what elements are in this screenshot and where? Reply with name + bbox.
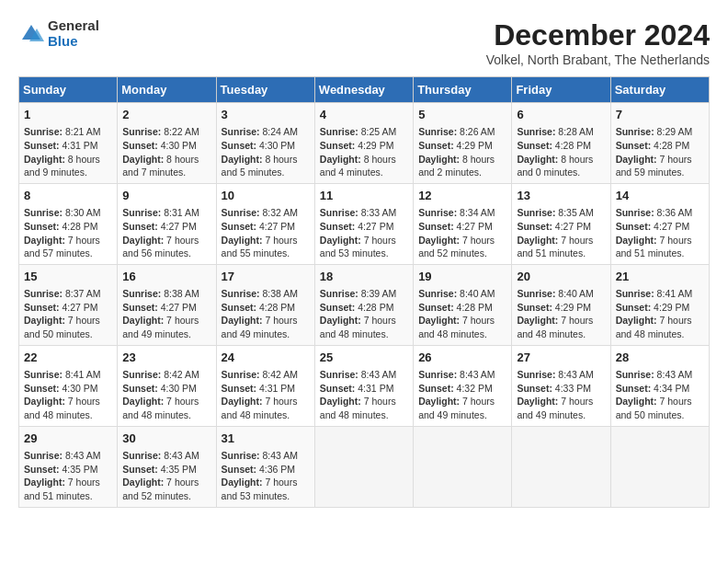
day-info: Sunrise: 8:37 AMSunset: 4:27 PMDaylight:… xyxy=(24,287,112,341)
day-info: Sunrise: 8:43 AMSunset: 4:35 PMDaylight:… xyxy=(122,449,210,503)
day-info: Sunrise: 8:30 AMSunset: 4:28 PMDaylight:… xyxy=(24,206,112,260)
day-info: Sunrise: 8:26 AMSunset: 4:29 PMDaylight:… xyxy=(418,125,506,179)
day-cell: 15Sunrise: 8:37 AMSunset: 4:27 PMDayligh… xyxy=(19,264,118,345)
day-number: 15 xyxy=(24,269,112,285)
day-cell: 4Sunrise: 8:25 AMSunset: 4:29 PMDaylight… xyxy=(314,103,413,184)
day-cell xyxy=(414,426,512,507)
day-cell: 13Sunrise: 8:35 AMSunset: 4:27 PMDayligh… xyxy=(512,183,610,264)
day-number: 5 xyxy=(418,107,506,123)
day-info: Sunrise: 8:42 AMSunset: 4:30 PMDaylight:… xyxy=(122,368,210,422)
day-info: Sunrise: 8:29 AMSunset: 4:28 PMDaylight:… xyxy=(616,125,704,179)
day-cell: 9Sunrise: 8:31 AMSunset: 4:27 PMDaylight… xyxy=(118,183,216,264)
day-number: 7 xyxy=(616,107,704,123)
col-header-thursday: Thursday xyxy=(414,77,512,103)
day-info: Sunrise: 8:42 AMSunset: 4:31 PMDaylight:… xyxy=(222,368,310,422)
day-cell: 1Sunrise: 8:21 AMSunset: 4:31 PMDaylight… xyxy=(19,103,118,184)
day-number: 27 xyxy=(517,350,605,366)
day-info: Sunrise: 8:41 AMSunset: 4:30 PMDaylight:… xyxy=(24,368,112,422)
day-number: 13 xyxy=(517,188,605,204)
day-number: 9 xyxy=(122,188,210,204)
day-cell: 30Sunrise: 8:43 AMSunset: 4:35 PMDayligh… xyxy=(118,426,216,507)
day-cell: 7Sunrise: 8:29 AMSunset: 4:28 PMDaylight… xyxy=(610,103,709,184)
day-info: Sunrise: 8:25 AMSunset: 4:29 PMDaylight:… xyxy=(320,125,408,179)
day-cell xyxy=(512,426,610,507)
day-number: 17 xyxy=(222,269,310,285)
day-cell: 24Sunrise: 8:42 AMSunset: 4:31 PMDayligh… xyxy=(216,345,314,426)
day-cell: 26Sunrise: 8:43 AMSunset: 4:32 PMDayligh… xyxy=(414,345,512,426)
day-number: 3 xyxy=(222,107,310,123)
week-row-1: 1Sunrise: 8:21 AMSunset: 4:31 PMDaylight… xyxy=(19,103,710,184)
day-info: Sunrise: 8:34 AMSunset: 4:27 PMDaylight:… xyxy=(418,206,506,260)
day-cell: 22Sunrise: 8:41 AMSunset: 4:30 PMDayligh… xyxy=(19,345,118,426)
day-cell xyxy=(610,426,709,507)
day-cell: 2Sunrise: 8:22 AMSunset: 4:30 PMDaylight… xyxy=(118,103,216,184)
day-cell: 25Sunrise: 8:43 AMSunset: 4:31 PMDayligh… xyxy=(314,345,413,426)
day-number: 28 xyxy=(616,350,704,366)
day-info: Sunrise: 8:33 AMSunset: 4:27 PMDaylight:… xyxy=(320,206,408,260)
day-info: Sunrise: 8:41 AMSunset: 4:29 PMDaylight:… xyxy=(616,287,704,341)
day-cell: 23Sunrise: 8:42 AMSunset: 4:30 PMDayligh… xyxy=(118,345,216,426)
col-header-saturday: Saturday xyxy=(610,77,709,103)
day-info: Sunrise: 8:38 AMSunset: 4:27 PMDaylight:… xyxy=(122,287,210,341)
logo-text: General Blue xyxy=(48,18,99,49)
day-cell: 11Sunrise: 8:33 AMSunset: 4:27 PMDayligh… xyxy=(314,183,413,264)
day-number: 24 xyxy=(222,350,310,366)
day-number: 8 xyxy=(24,188,112,204)
day-number: 6 xyxy=(517,107,605,123)
title-block: December 2024 Volkel, North Brabant, The… xyxy=(486,18,710,67)
day-info: Sunrise: 8:40 AMSunset: 4:28 PMDaylight:… xyxy=(418,287,506,341)
day-cell: 20Sunrise: 8:40 AMSunset: 4:29 PMDayligh… xyxy=(512,264,610,345)
day-cell: 14Sunrise: 8:36 AMSunset: 4:27 PMDayligh… xyxy=(610,183,709,264)
day-number: 23 xyxy=(122,350,210,366)
col-header-wednesday: Wednesday xyxy=(314,77,413,103)
month-title: December 2024 xyxy=(486,18,710,52)
day-cell: 19Sunrise: 8:40 AMSunset: 4:28 PMDayligh… xyxy=(414,264,512,345)
day-number: 16 xyxy=(122,269,210,285)
day-number: 26 xyxy=(418,350,506,366)
day-cell: 10Sunrise: 8:32 AMSunset: 4:27 PMDayligh… xyxy=(216,183,314,264)
day-number: 4 xyxy=(320,107,408,123)
day-info: Sunrise: 8:43 AMSunset: 4:33 PMDaylight:… xyxy=(517,368,605,422)
col-header-tuesday: Tuesday xyxy=(216,77,314,103)
day-info: Sunrise: 8:38 AMSunset: 4:28 PMDaylight:… xyxy=(222,287,310,341)
day-number: 11 xyxy=(320,188,408,204)
week-row-3: 15Sunrise: 8:37 AMSunset: 4:27 PMDayligh… xyxy=(19,264,710,345)
day-info: Sunrise: 8:21 AMSunset: 4:31 PMDaylight:… xyxy=(24,125,112,179)
day-number: 21 xyxy=(616,269,704,285)
day-number: 19 xyxy=(418,269,506,285)
day-number: 14 xyxy=(616,188,704,204)
day-number: 29 xyxy=(24,431,112,447)
day-cell: 8Sunrise: 8:30 AMSunset: 4:28 PMDaylight… xyxy=(19,183,118,264)
day-info: Sunrise: 8:28 AMSunset: 4:28 PMDaylight:… xyxy=(517,125,605,179)
day-number: 20 xyxy=(517,269,605,285)
day-info: Sunrise: 8:36 AMSunset: 4:27 PMDaylight:… xyxy=(616,206,704,260)
day-cell: 28Sunrise: 8:43 AMSunset: 4:34 PMDayligh… xyxy=(610,345,709,426)
day-cell: 21Sunrise: 8:41 AMSunset: 4:29 PMDayligh… xyxy=(610,264,709,345)
day-number: 2 xyxy=(122,107,210,123)
day-cell: 3Sunrise: 8:24 AMSunset: 4:30 PMDaylight… xyxy=(216,103,314,184)
logo-icon xyxy=(18,21,44,47)
day-info: Sunrise: 8:43 AMSunset: 4:36 PMDaylight:… xyxy=(222,449,310,503)
col-header-sunday: Sunday xyxy=(19,77,118,103)
day-cell: 6Sunrise: 8:28 AMSunset: 4:28 PMDaylight… xyxy=(512,103,610,184)
day-info: Sunrise: 8:43 AMSunset: 4:32 PMDaylight:… xyxy=(418,368,506,422)
day-number: 22 xyxy=(24,350,112,366)
day-cell: 29Sunrise: 8:43 AMSunset: 4:35 PMDayligh… xyxy=(19,426,118,507)
day-info: Sunrise: 8:22 AMSunset: 4:30 PMDaylight:… xyxy=(122,125,210,179)
day-number: 18 xyxy=(320,269,408,285)
day-number: 25 xyxy=(320,350,408,366)
week-row-5: 29Sunrise: 8:43 AMSunset: 4:35 PMDayligh… xyxy=(19,426,710,507)
day-cell: 27Sunrise: 8:43 AMSunset: 4:33 PMDayligh… xyxy=(512,345,610,426)
col-header-monday: Monday xyxy=(118,77,216,103)
day-cell: 12Sunrise: 8:34 AMSunset: 4:27 PMDayligh… xyxy=(414,183,512,264)
week-row-2: 8Sunrise: 8:30 AMSunset: 4:28 PMDaylight… xyxy=(19,183,710,264)
day-cell xyxy=(314,426,413,507)
day-cell: 5Sunrise: 8:26 AMSunset: 4:29 PMDaylight… xyxy=(414,103,512,184)
calendar-table: SundayMondayTuesdayWednesdayThursdayFrid… xyxy=(18,76,710,508)
day-number: 31 xyxy=(222,431,310,447)
day-number: 1 xyxy=(24,107,112,123)
day-number: 30 xyxy=(122,431,210,447)
col-header-friday: Friday xyxy=(512,77,610,103)
day-info: Sunrise: 8:39 AMSunset: 4:28 PMDaylight:… xyxy=(320,287,408,341)
day-info: Sunrise: 8:31 AMSunset: 4:27 PMDaylight:… xyxy=(122,206,210,260)
